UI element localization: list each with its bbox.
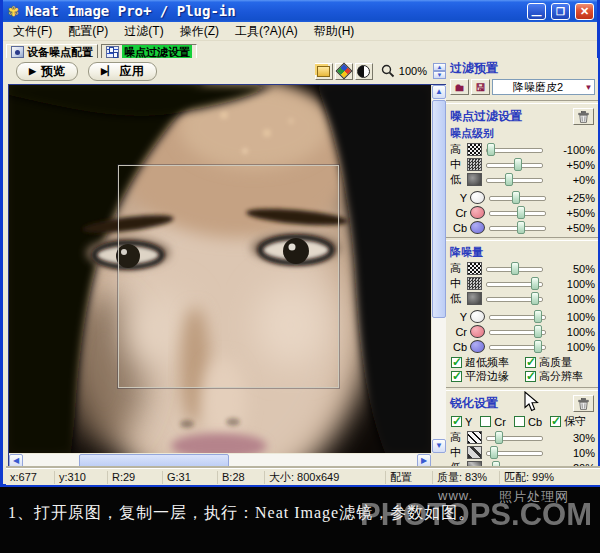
trash-icon (578, 111, 589, 123)
scroll-up-button[interactable]: ▲ (432, 85, 446, 99)
option-high-resolution[interactable]: 高分辨率 (525, 370, 598, 383)
option-high-quality[interactable]: 高质量 (525, 356, 598, 369)
noise-level-high-slider[interactable] (486, 143, 543, 156)
sharpen-header-label: 锐化设置 (450, 395, 498, 412)
slider-thumb[interactable] (534, 310, 542, 323)
slider-thumb[interactable] (534, 340, 542, 353)
menu-profile[interactable]: 配置(P) (60, 23, 116, 40)
slider-thumb[interactable] (517, 206, 525, 219)
slider-thumb[interactable] (505, 173, 513, 186)
preview-photo[interactable] (9, 85, 431, 453)
divider (446, 387, 598, 391)
noise-level-mid-slider[interactable] (486, 158, 543, 171)
slider-thumb[interactable] (531, 277, 539, 290)
scroll-left-button[interactable]: ◀ (9, 454, 23, 468)
option-ultra-low-freq[interactable]: 超低频率 (451, 356, 525, 369)
option-smooth-edges[interactable]: 平滑边缘 (451, 370, 525, 383)
slider-thumb[interactable] (517, 221, 525, 234)
sharpen-channel-cr[interactable]: Cr (480, 415, 506, 428)
checkbox[interactable] (525, 371, 536, 382)
preview-button[interactable]: ▶ 预览 (16, 62, 78, 81)
image-viewport: ▲ ▼ ◀ ▶ (8, 84, 447, 469)
row-label: 中 (450, 157, 467, 172)
checkbox[interactable] (514, 416, 525, 427)
horizontal-scroll-thumb[interactable] (79, 454, 229, 468)
checkbox[interactable] (451, 371, 462, 382)
reduction-cr-slider[interactable] (489, 325, 546, 338)
reduction-mid-slider[interactable] (486, 277, 543, 290)
zoom-out-spin-button[interactable]: ▼ (433, 71, 446, 79)
reset-sharpen-button[interactable] (573, 395, 594, 412)
save-preset-button[interactable]: 🖫 (471, 79, 490, 95)
menu-file[interactable]: 文件(F) (5, 23, 60, 40)
slider-thumb[interactable] (487, 143, 495, 156)
scroll-down-button[interactable]: ▼ (432, 439, 446, 453)
sharpen-hatch-high-icon (467, 431, 482, 444)
sharpen-channel-cb[interactable]: Cb (514, 415, 542, 428)
slider-thumb[interactable] (512, 191, 520, 204)
noise-level-row-high: 高 -100% (446, 142, 598, 157)
scroll-right-button[interactable]: ▶ (417, 454, 431, 468)
reduction-cb-slider[interactable] (489, 340, 546, 353)
slider-thumb[interactable] (531, 292, 539, 305)
horizontal-scrollbar[interactable]: ◀ ▶ (9, 454, 431, 468)
slider-thumb[interactable] (514, 158, 522, 171)
checkbox[interactable] (525, 357, 536, 368)
vertical-scrollbar[interactable]: ▲ ▼ (432, 85, 446, 453)
menu-tools[interactable]: 工具(?A)(A) (227, 23, 306, 40)
row-label: 低 (450, 172, 467, 187)
reduction-high-slider[interactable] (486, 262, 543, 275)
filter-settings-icon (106, 46, 119, 58)
checkbox[interactable] (451, 357, 462, 368)
load-preset-button[interactable]: 🖿 (450, 79, 469, 95)
status-match: 匹配: 99% (500, 471, 558, 484)
sharpen-mid-slider[interactable] (486, 446, 543, 459)
reset-filter-button[interactable] (573, 108, 594, 125)
cb-channel-icon (470, 221, 485, 234)
row-value: +50% (546, 159, 595, 171)
reduction-row-high: 高 50% (446, 261, 598, 276)
selection-rectangle[interactable] (118, 165, 339, 388)
reduction-y-slider[interactable] (489, 310, 546, 323)
channel-label: Cr (494, 416, 506, 428)
menu-help[interactable]: 帮助(H) (306, 23, 363, 40)
slider-thumb[interactable] (511, 262, 519, 275)
row-value: 20% (546, 462, 595, 468)
noise-level-cb-slider[interactable] (489, 221, 546, 234)
menu-filter[interactable]: 过滤(T) (116, 23, 171, 40)
sharpen-high-slider[interactable] (486, 431, 543, 444)
slider-thumb[interactable] (492, 461, 500, 467)
checkbox[interactable] (550, 416, 561, 427)
slider-thumb[interactable] (490, 446, 498, 459)
minimize-button[interactable]: — (527, 3, 546, 20)
component-viewer-button[interactable] (315, 63, 333, 80)
divider (446, 100, 598, 104)
apply-button[interactable]: ▶▏ 应用 (88, 62, 157, 81)
preset-dropdown[interactable]: 降噪磨皮2 ▼ (492, 79, 595, 95)
reduction-row-mid: 中 100% (446, 276, 598, 291)
checkbox[interactable] (480, 416, 491, 427)
noise-level-cr-slider[interactable] (489, 206, 546, 219)
menu-action[interactable]: 操作(Z) (172, 23, 227, 40)
row-label: Cr (450, 207, 469, 219)
play-to-end-icon: ▶▏ (101, 66, 115, 76)
sharpen-low-slider[interactable] (486, 461, 543, 467)
checkbox[interactable] (451, 416, 462, 427)
maximize-button[interactable]: ❐ (551, 3, 570, 20)
apply-button-label: 应用 (120, 63, 144, 80)
close-button[interactable]: ✕ (575, 3, 594, 20)
zoom-in-spin-button[interactable]: ▲ (433, 63, 446, 71)
tutorial-step-caption: 1、打开原图，复制一层，执行：Neat Image滤镜，参数如图。 (8, 503, 475, 524)
sharpen-channel-y[interactable]: Y (451, 415, 472, 428)
filter-settings-panel: 过滤预置 🖿 🖫 降噪磨皮2 ▼ 噪点过滤设置 (446, 58, 598, 467)
sharpen-conservative[interactable]: 保守 (550, 415, 586, 428)
contrast-view-button[interactable] (355, 63, 373, 80)
slider-thumb[interactable] (495, 431, 503, 444)
slider-thumb[interactable] (534, 325, 542, 338)
noise-level-low-slider[interactable] (486, 173, 543, 186)
status-x: x:677 (6, 471, 55, 484)
vertical-scroll-thumb[interactable] (432, 100, 446, 318)
noise-level-y-slider[interactable] (489, 191, 546, 204)
reduction-low-slider[interactable] (486, 292, 543, 305)
channel-view-button[interactable] (335, 63, 353, 80)
